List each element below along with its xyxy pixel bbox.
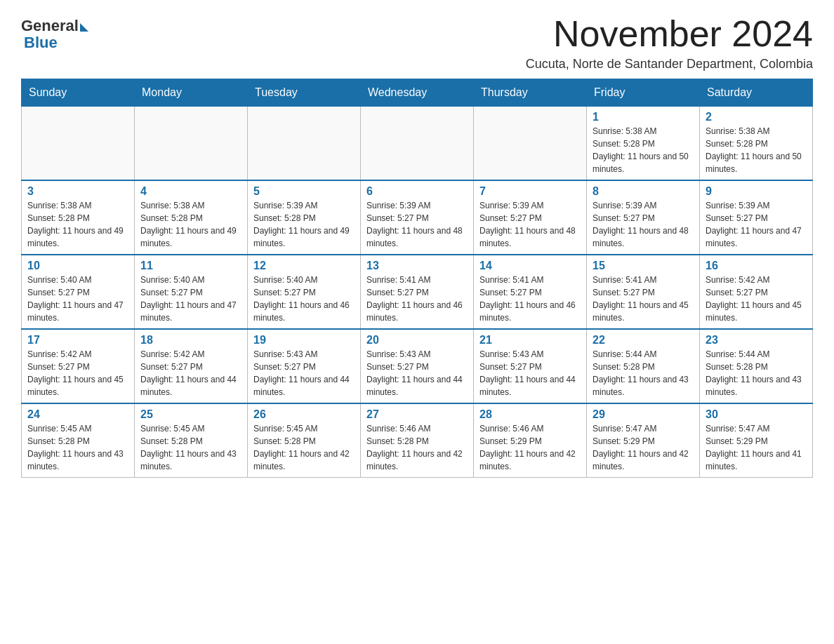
day-number: 20 xyxy=(366,334,468,347)
day-info: Sunrise: 5:44 AM Sunset: 5:28 PM Dayligh… xyxy=(593,348,694,398)
day-info: Sunrise: 5:39 AM Sunset: 5:28 PM Dayligh… xyxy=(253,199,355,250)
day-info: Sunrise: 5:47 AM Sunset: 5:29 PM Dayligh… xyxy=(706,422,807,473)
day-info: Sunrise: 5:38 AM Sunset: 5:28 PM Dayligh… xyxy=(706,125,807,175)
day-info: Sunrise: 5:40 AM Sunset: 5:27 PM Dayligh… xyxy=(140,274,241,324)
day-of-week-header: Thursday xyxy=(474,79,587,107)
calendar-cell xyxy=(361,107,474,181)
day-number: 5 xyxy=(253,185,355,198)
calendar-cell: 28Sunrise: 5:46 AM Sunset: 5:29 PM Dayli… xyxy=(474,403,587,478)
day-of-week-header: Tuesday xyxy=(248,79,361,107)
day-info: Sunrise: 5:39 AM Sunset: 5:27 PM Dayligh… xyxy=(706,199,807,250)
day-number: 19 xyxy=(253,334,355,347)
logo-general-text: General xyxy=(21,17,79,35)
day-info: Sunrise: 5:41 AM Sunset: 5:27 PM Dayligh… xyxy=(479,274,581,324)
calendar-cell: 29Sunrise: 5:47 AM Sunset: 5:29 PM Dayli… xyxy=(587,403,700,478)
day-number: 10 xyxy=(27,260,128,272)
calendar-cell: 8Sunrise: 5:39 AM Sunset: 5:27 PM Daylig… xyxy=(587,180,700,255)
calendar-cell xyxy=(22,107,135,181)
day-number: 29 xyxy=(593,408,694,421)
day-info: Sunrise: 5:38 AM Sunset: 5:28 PM Dayligh… xyxy=(27,199,128,250)
calendar-cell: 19Sunrise: 5:43 AM Sunset: 5:27 PM Dayli… xyxy=(248,329,361,403)
day-info: Sunrise: 5:45 AM Sunset: 5:28 PM Dayligh… xyxy=(27,422,128,473)
day-info: Sunrise: 5:44 AM Sunset: 5:28 PM Dayligh… xyxy=(706,348,807,398)
day-info: Sunrise: 5:42 AM Sunset: 5:27 PM Dayligh… xyxy=(706,274,807,324)
day-number: 25 xyxy=(140,408,241,421)
day-number: 9 xyxy=(706,185,807,198)
calendar-cell: 22Sunrise: 5:44 AM Sunset: 5:28 PM Dayli… xyxy=(587,329,700,403)
day-number: 26 xyxy=(253,408,355,421)
title-area: November 2024 Cucuta, Norte de Santander… xyxy=(526,14,813,72)
day-info: Sunrise: 5:45 AM Sunset: 5:28 PM Dayligh… xyxy=(140,422,241,473)
day-number: 16 xyxy=(706,260,807,272)
calendar-cell: 21Sunrise: 5:43 AM Sunset: 5:27 PM Dayli… xyxy=(474,329,587,403)
calendar-cell: 13Sunrise: 5:41 AM Sunset: 5:27 PM Dayli… xyxy=(361,255,474,329)
calendar-week-row: 17Sunrise: 5:42 AM Sunset: 5:27 PM Dayli… xyxy=(22,329,813,403)
calendar-cell: 30Sunrise: 5:47 AM Sunset: 5:29 PM Dayli… xyxy=(700,403,813,478)
calendar-cell: 9Sunrise: 5:39 AM Sunset: 5:27 PM Daylig… xyxy=(700,180,813,255)
day-number: 6 xyxy=(366,185,468,198)
day-number: 18 xyxy=(140,334,241,347)
day-of-week-header: Monday xyxy=(135,79,248,107)
day-number: 21 xyxy=(479,334,581,347)
calendar-cell xyxy=(135,107,248,181)
day-info: Sunrise: 5:39 AM Sunset: 5:27 PM Dayligh… xyxy=(366,199,468,250)
day-info: Sunrise: 5:41 AM Sunset: 5:27 PM Dayligh… xyxy=(593,274,694,324)
calendar-cell: 2Sunrise: 5:38 AM Sunset: 5:28 PM Daylig… xyxy=(700,107,813,181)
day-info: Sunrise: 5:42 AM Sunset: 5:27 PM Dayligh… xyxy=(27,348,128,398)
calendar-cell: 24Sunrise: 5:45 AM Sunset: 5:28 PM Dayli… xyxy=(22,403,135,478)
calendar-cell: 17Sunrise: 5:42 AM Sunset: 5:27 PM Dayli… xyxy=(22,329,135,403)
calendar-cell: 3Sunrise: 5:38 AM Sunset: 5:28 PM Daylig… xyxy=(22,180,135,255)
month-title: November 2024 xyxy=(526,14,813,54)
day-number: 4 xyxy=(140,185,241,198)
calendar-week-row: 3Sunrise: 5:38 AM Sunset: 5:28 PM Daylig… xyxy=(22,180,813,255)
calendar-cell xyxy=(474,107,587,181)
day-number: 1 xyxy=(593,111,694,123)
calendar-cell xyxy=(248,107,361,181)
calendar-cell: 14Sunrise: 5:41 AM Sunset: 5:27 PM Dayli… xyxy=(474,255,587,329)
day-number: 27 xyxy=(366,408,468,421)
day-of-week-header: Saturday xyxy=(700,79,813,107)
calendar-cell: 11Sunrise: 5:40 AM Sunset: 5:27 PM Dayli… xyxy=(135,255,248,329)
day-info: Sunrise: 5:40 AM Sunset: 5:27 PM Dayligh… xyxy=(253,274,355,324)
calendar-cell: 15Sunrise: 5:41 AM Sunset: 5:27 PM Dayli… xyxy=(587,255,700,329)
day-of-week-header: Friday xyxy=(587,79,700,107)
day-info: Sunrise: 5:43 AM Sunset: 5:27 PM Dayligh… xyxy=(479,348,581,398)
day-info: Sunrise: 5:39 AM Sunset: 5:27 PM Dayligh… xyxy=(593,199,694,250)
day-info: Sunrise: 5:40 AM Sunset: 5:27 PM Dayligh… xyxy=(27,274,128,324)
day-info: Sunrise: 5:43 AM Sunset: 5:27 PM Dayligh… xyxy=(366,348,468,398)
day-number: 28 xyxy=(479,408,581,421)
calendar-cell: 20Sunrise: 5:43 AM Sunset: 5:27 PM Dayli… xyxy=(361,329,474,403)
day-number: 3 xyxy=(27,185,128,198)
day-info: Sunrise: 5:47 AM Sunset: 5:29 PM Dayligh… xyxy=(593,422,694,473)
day-of-week-header: Sunday xyxy=(22,79,135,107)
calendar-cell: 4Sunrise: 5:38 AM Sunset: 5:28 PM Daylig… xyxy=(135,180,248,255)
calendar-cell: 1Sunrise: 5:38 AM Sunset: 5:28 PM Daylig… xyxy=(587,107,700,181)
logo-blue-text: Blue xyxy=(24,34,58,52)
day-number: 15 xyxy=(593,260,694,272)
day-info: Sunrise: 5:41 AM Sunset: 5:27 PM Dayligh… xyxy=(366,274,468,324)
day-info: Sunrise: 5:46 AM Sunset: 5:29 PM Dayligh… xyxy=(479,422,581,473)
day-info: Sunrise: 5:38 AM Sunset: 5:28 PM Dayligh… xyxy=(140,199,241,250)
calendar-cell: 18Sunrise: 5:42 AM Sunset: 5:27 PM Dayli… xyxy=(135,329,248,403)
day-info: Sunrise: 5:42 AM Sunset: 5:27 PM Dayligh… xyxy=(140,348,241,398)
day-number: 13 xyxy=(366,260,468,272)
calendar-cell: 5Sunrise: 5:39 AM Sunset: 5:28 PM Daylig… xyxy=(248,180,361,255)
calendar-cell: 10Sunrise: 5:40 AM Sunset: 5:27 PM Dayli… xyxy=(22,255,135,329)
day-number: 7 xyxy=(479,185,581,198)
day-number: 11 xyxy=(140,260,241,272)
day-of-week-header: Wednesday xyxy=(361,79,474,107)
day-number: 23 xyxy=(706,334,807,347)
day-info: Sunrise: 5:43 AM Sunset: 5:27 PM Dayligh… xyxy=(253,348,355,398)
calendar-header-row: SundayMondayTuesdayWednesdayThursdayFrid… xyxy=(22,79,813,107)
day-number: 14 xyxy=(479,260,581,272)
calendar-cell: 23Sunrise: 5:44 AM Sunset: 5:28 PM Dayli… xyxy=(700,329,813,403)
logo-arrow-icon xyxy=(80,23,88,32)
day-number: 30 xyxy=(706,408,807,421)
day-info: Sunrise: 5:39 AM Sunset: 5:27 PM Dayligh… xyxy=(479,199,581,250)
day-number: 12 xyxy=(253,260,355,272)
logo: General Blue xyxy=(21,14,88,52)
location-subtitle: Cucuta, Norte de Santander Department, C… xyxy=(526,57,813,72)
calendar-cell: 12Sunrise: 5:40 AM Sunset: 5:27 PM Dayli… xyxy=(248,255,361,329)
day-info: Sunrise: 5:45 AM Sunset: 5:28 PM Dayligh… xyxy=(253,422,355,473)
day-info: Sunrise: 5:46 AM Sunset: 5:28 PM Dayligh… xyxy=(366,422,468,473)
